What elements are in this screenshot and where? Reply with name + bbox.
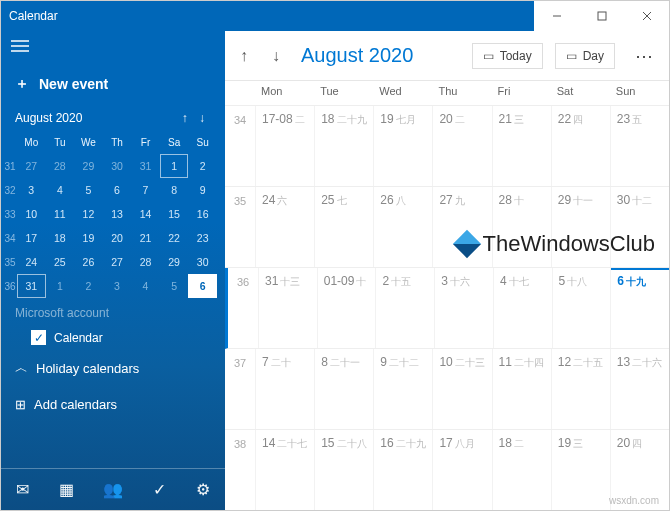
- mini-day[interactable]: 31: [131, 154, 160, 178]
- mini-day[interactable]: 31: [17, 274, 46, 298]
- next-button[interactable]: ↓: [263, 47, 289, 65]
- day-cell[interactable]: 10二十三: [432, 349, 491, 429]
- day-cell[interactable]: 18二十九: [314, 106, 373, 186]
- mini-day[interactable]: 12: [74, 202, 103, 226]
- mini-day[interactable]: 26: [74, 250, 103, 274]
- mini-day[interactable]: 9: [188, 178, 217, 202]
- calendar-checkbox-row[interactable]: ✓ Calendar: [1, 320, 225, 349]
- day-cell[interactable]: 22四: [551, 106, 610, 186]
- day-cell[interactable]: 21三: [492, 106, 551, 186]
- day-cell[interactable]: 4十七: [493, 268, 552, 348]
- mini-day[interactable]: 29: [160, 250, 189, 274]
- mini-day[interactable]: 5: [160, 274, 189, 298]
- maximize-button[interactable]: [579, 1, 624, 31]
- people-icon[interactable]: 👥: [103, 480, 123, 499]
- menu-button[interactable]: [1, 31, 225, 65]
- mail-icon[interactable]: ✉: [16, 480, 29, 499]
- day-cell[interactable]: 11二十四: [492, 349, 551, 429]
- day-cell[interactable]: 12二十五: [551, 349, 610, 429]
- mini-day[interactable]: 7: [131, 178, 160, 202]
- day-cell[interactable]: 19三: [551, 430, 610, 510]
- mini-day[interactable]: 18: [46, 226, 75, 250]
- mini-day[interactable]: 1: [46, 274, 75, 298]
- mini-day[interactable]: 20: [103, 226, 132, 250]
- day-cell[interactable]: 15二十八: [314, 430, 373, 510]
- day-cell[interactable]: 5十八: [552, 268, 611, 348]
- mini-day[interactable]: 28: [46, 154, 75, 178]
- mini-day[interactable]: 30: [103, 154, 132, 178]
- close-button[interactable]: [624, 1, 669, 31]
- account-label[interactable]: Microsoft account: [1, 298, 225, 320]
- mini-calendar-title[interactable]: August 2020: [15, 111, 82, 125]
- day-cell[interactable]: 28十: [492, 187, 551, 267]
- today-button[interactable]: ▭ Today: [472, 43, 543, 69]
- day-cell[interactable]: 2十五: [375, 268, 434, 348]
- mini-day[interactable]: 6: [103, 178, 132, 202]
- mini-day[interactable]: 8: [160, 178, 189, 202]
- mini-day[interactable]: 27: [17, 154, 46, 178]
- mini-day[interactable]: 5: [74, 178, 103, 202]
- todo-icon[interactable]: ✓: [153, 480, 166, 499]
- mini-day[interactable]: 6: [188, 274, 217, 298]
- minimize-button[interactable]: [534, 1, 579, 31]
- day-secondary: 十六: [450, 276, 470, 287]
- mini-day[interactable]: 2: [74, 274, 103, 298]
- mini-next-button[interactable]: ↓: [195, 111, 209, 125]
- day-cell[interactable]: 14二十七: [255, 430, 314, 510]
- day-cell[interactable]: 6十九: [610, 268, 669, 348]
- mini-day[interactable]: 4: [46, 178, 75, 202]
- mini-day[interactable]: 23: [188, 226, 217, 250]
- day-cell[interactable]: 7二十: [255, 349, 314, 429]
- mini-day[interactable]: 1: [160, 154, 189, 178]
- mini-day[interactable]: 19: [74, 226, 103, 250]
- holiday-calendars-toggle[interactable]: ︿ Holiday calendars: [1, 349, 225, 387]
- day-cell[interactable]: 13二十六: [610, 349, 669, 429]
- mini-day[interactable]: 25: [46, 250, 75, 274]
- day-cell[interactable]: 8二十一: [314, 349, 373, 429]
- calendar-icon[interactable]: ▦: [59, 480, 74, 499]
- more-button[interactable]: ⋯: [627, 45, 663, 67]
- settings-icon[interactable]: ⚙: [196, 480, 210, 499]
- day-cell[interactable]: 19七月: [373, 106, 432, 186]
- day-cell[interactable]: 27九: [432, 187, 491, 267]
- mini-day[interactable]: 17: [17, 226, 46, 250]
- day-cell[interactable]: 9二十二: [373, 349, 432, 429]
- mini-day[interactable]: 3: [17, 178, 46, 202]
- month-title[interactable]: August 2020: [295, 44, 466, 67]
- mini-day[interactable]: 10: [17, 202, 46, 226]
- day-cell[interactable]: 01-09十: [317, 268, 376, 348]
- day-cell[interactable]: 26八: [373, 187, 432, 267]
- mini-day[interactable]: 30: [188, 250, 217, 274]
- day-cell[interactable]: 25七: [314, 187, 373, 267]
- day-cell[interactable]: 17-08二: [255, 106, 314, 186]
- mini-prev-button[interactable]: ↑: [178, 111, 192, 125]
- mini-day[interactable]: 15: [160, 202, 189, 226]
- mini-day[interactable]: 16: [188, 202, 217, 226]
- day-cell[interactable]: 29十一: [551, 187, 610, 267]
- mini-day[interactable]: 24: [17, 250, 46, 274]
- day-cell[interactable]: 24六: [255, 187, 314, 267]
- day-cell[interactable]: 16二十九: [373, 430, 432, 510]
- mini-day[interactable]: 2: [188, 154, 217, 178]
- mini-day[interactable]: 3: [103, 274, 132, 298]
- prev-button[interactable]: ↑: [231, 47, 257, 65]
- day-cell[interactable]: 18二: [492, 430, 551, 510]
- mini-day[interactable]: 14: [131, 202, 160, 226]
- mini-day[interactable]: 27: [103, 250, 132, 274]
- mini-day[interactable]: 28: [131, 250, 160, 274]
- day-cell[interactable]: 31十三: [258, 268, 317, 348]
- day-cell[interactable]: 30十二: [610, 187, 669, 267]
- mini-day[interactable]: 4: [131, 274, 160, 298]
- day-cell[interactable]: 23五: [610, 106, 669, 186]
- mini-day[interactable]: 21: [131, 226, 160, 250]
- mini-day[interactable]: 13: [103, 202, 132, 226]
- day-cell[interactable]: 3十六: [434, 268, 493, 348]
- mini-day[interactable]: 11: [46, 202, 75, 226]
- day-cell[interactable]: 20二: [432, 106, 491, 186]
- new-event-button[interactable]: ＋ New event: [1, 65, 225, 107]
- view-button[interactable]: ▭ Day: [555, 43, 615, 69]
- mini-day[interactable]: 29: [74, 154, 103, 178]
- add-calendars-button[interactable]: ⊞ Add calendars: [1, 387, 225, 422]
- day-cell[interactable]: 17八月: [432, 430, 491, 510]
- mini-day[interactable]: 22: [160, 226, 189, 250]
